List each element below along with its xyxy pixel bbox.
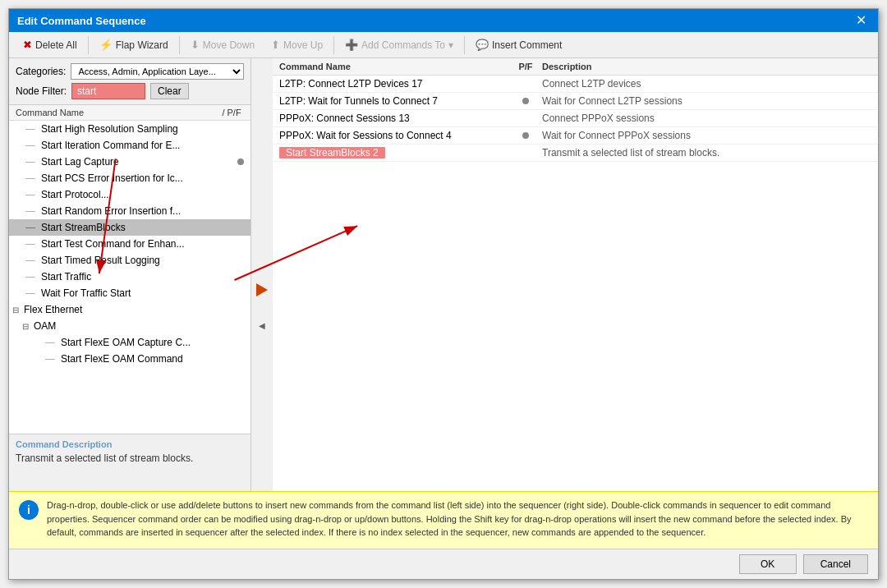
right-item-name: PPPoX: Wait for Sessions to Connect 4 bbox=[279, 130, 509, 141]
table-row-highlighted[interactable]: Start StreamBlocks 2 Transmit a selected… bbox=[273, 145, 878, 162]
list-item[interactable]: — Start High Resolution Sampling bbox=[9, 121, 250, 137]
item-dash: — bbox=[25, 287, 35, 299]
ok-button[interactable]: OK bbox=[739, 554, 797, 574]
right-arrow-icon bbox=[256, 283, 268, 296]
item-dash: — bbox=[25, 189, 35, 200]
right-item-name: PPPoX: Connect Sessions 13 bbox=[279, 113, 509, 124]
left-column-headers: Command Name / P/F bbox=[9, 105, 250, 121]
pf-indicator bbox=[237, 158, 244, 165]
list-item[interactable]: — Start FlexE OAM Capture C... bbox=[9, 334, 250, 351]
insert-comment-button[interactable]: 💬 Insert Comment bbox=[468, 35, 569, 54]
info-icon: i bbox=[19, 500, 39, 520]
dialog-title: Edit Command Sequence bbox=[17, 15, 146, 27]
right-item-desc: Wait for Connect PPPoX sessions bbox=[542, 130, 871, 141]
list-item-label: Start Random Error Insertion f... bbox=[41, 205, 181, 217]
add-to-sequencer-button[interactable] bbox=[254, 282, 270, 298]
dialog-footer: OK Cancel bbox=[9, 549, 878, 579]
item-dash: — bbox=[25, 123, 35, 135]
insert-comment-icon: 💬 bbox=[476, 39, 489, 51]
category-row: Categories: Access, Admin, Application L… bbox=[16, 63, 244, 80]
list-item-label: Start PCS Error Insertion for Ic... bbox=[41, 172, 183, 184]
content-area: Categories: Access, Admin, Application L… bbox=[9, 58, 878, 491]
list-item-group[interactable]: ⊟ Flex Ethernet bbox=[9, 301, 250, 318]
title-bar: Edit Command Sequence ✕ bbox=[9, 9, 878, 32]
list-item[interactable]: — Start Protocol... bbox=[9, 186, 250, 203]
right-item-pf bbox=[509, 132, 542, 139]
dialog-body: ✖ Delete All ⚡ Flap Wizard ⬇ Move Down ⬆… bbox=[9, 32, 878, 549]
add-commands-button[interactable]: ➕ Add Commands To ▾ bbox=[338, 35, 461, 54]
right-item-desc: Connect PPPoX sessions bbox=[542, 113, 871, 124]
command-description-panel: Command Description Transmit a selected … bbox=[9, 434, 250, 491]
highlighted-command: Start StreamBlocks 2 bbox=[279, 147, 385, 158]
right-item-desc: Connect L2TP devices bbox=[542, 78, 871, 90]
left-panel-header: Categories: Access, Admin, Application L… bbox=[9, 58, 250, 105]
left-panel: Categories: Access, Admin, Application L… bbox=[9, 58, 251, 491]
command-desc-text: Transmit a selected list of stream block… bbox=[16, 452, 244, 464]
list-item-label: Start FlexE OAM Capture C... bbox=[61, 337, 191, 348]
cancel-button[interactable]: Cancel bbox=[803, 554, 868, 574]
flap-wizard-icon: ⚡ bbox=[99, 39, 113, 51]
list-item[interactable]: — Start Iteration Command for E... bbox=[9, 137, 250, 154]
table-row[interactable]: L2TP: Wait for Tunnels to Connect 7 Wait… bbox=[273, 93, 878, 110]
delete-all-button[interactable]: ✖ Delete All bbox=[16, 35, 85, 54]
table-row[interactable]: PPPoX: Connect Sessions 13 Connect PPPoX… bbox=[273, 110, 878, 127]
collapse-panel-button[interactable]: ◀ bbox=[254, 318, 270, 334]
list-item-label: Flex Ethernet bbox=[24, 304, 82, 315]
node-filter-input[interactable] bbox=[71, 83, 145, 99]
col-name-header: Command Name bbox=[16, 108, 219, 117]
middle-panel: ◀ bbox=[251, 58, 273, 491]
info-text: Drag-n-drop, double-click or use add/del… bbox=[47, 498, 868, 540]
list-item[interactable]: — Start FlexE OAM Command bbox=[9, 351, 250, 367]
list-item-label: Start FlexE OAM Command bbox=[61, 353, 183, 365]
list-item-subgroup[interactable]: ⊟ OAM bbox=[9, 318, 250, 334]
categories-select[interactable]: Access, Admin, Application Laye... bbox=[71, 63, 244, 80]
list-item-label: Start Lag Capture bbox=[41, 156, 234, 168]
flap-wizard-button[interactable]: ⚡ Flap Wizard bbox=[92, 35, 176, 54]
move-down-button[interactable]: ⬇ Move Down bbox=[183, 35, 262, 54]
item-dash: — bbox=[45, 337, 55, 348]
collapse-arrow-icon: ◀ bbox=[259, 321, 265, 330]
toolbar: ✖ Delete All ⚡ Flap Wizard ⬇ Move Down ⬆… bbox=[9, 32, 878, 58]
add-commands-icon: ➕ bbox=[345, 39, 358, 51]
list-item-label: Start High Resolution Sampling bbox=[41, 123, 178, 135]
list-item-selected[interactable]: — Start StreamBlocks bbox=[9, 219, 250, 236]
list-item[interactable]: — Start Traffic bbox=[9, 269, 250, 285]
right-col-desc-header: Description bbox=[542, 62, 871, 71]
right-col-pf-header: P/F bbox=[509, 62, 542, 71]
list-item-label: Start StreamBlocks bbox=[41, 222, 126, 233]
delete-all-icon: ✖ bbox=[23, 39, 32, 51]
list-item-label: Start Traffic bbox=[41, 271, 91, 283]
expand-icon: ⊟ bbox=[22, 322, 29, 331]
list-item[interactable]: — Start Lag Capture bbox=[9, 154, 250, 170]
categories-label: Categories: bbox=[16, 66, 66, 77]
toolbar-divider-1 bbox=[88, 36, 89, 54]
list-item[interactable]: — Start Timed Result Logging bbox=[9, 252, 250, 269]
list-item[interactable]: — Start Test Command for Enhan... bbox=[9, 236, 250, 252]
right-item-pf bbox=[509, 98, 542, 104]
item-dash: — bbox=[25, 255, 35, 266]
right-list: L2TP: Connect L2TP Devices 17 Connect L2… bbox=[273, 76, 878, 491]
filter-row: Node Filter: Clear bbox=[16, 83, 244, 99]
table-row[interactable]: PPPoX: Wait for Sessions to Connect 4 Wa… bbox=[273, 127, 878, 145]
item-dash: — bbox=[25, 238, 35, 250]
list-item[interactable]: — Wait For Traffic Start bbox=[9, 285, 250, 301]
clear-filter-button[interactable]: Clear bbox=[150, 83, 189, 99]
command-desc-title: Command Description bbox=[16, 439, 244, 449]
list-item-label: Start Protocol... bbox=[41, 189, 109, 200]
toolbar-divider-2 bbox=[179, 36, 180, 54]
toolbar-divider-4 bbox=[464, 36, 465, 54]
right-column-headers: Command Name P/F Description bbox=[273, 58, 878, 76]
table-row[interactable]: L2TP: Connect L2TP Devices 17 Connect L2… bbox=[273, 76, 878, 93]
list-item-label: Start Test Command for Enhan... bbox=[41, 238, 185, 250]
col-pf-header: / P/F bbox=[219, 108, 244, 117]
list-item[interactable]: — Start Random Error Insertion f... bbox=[9, 203, 250, 219]
edit-command-sequence-dialog: Edit Command Sequence ✕ ✖ Delete All ⚡ F… bbox=[8, 8, 879, 580]
right-panel: Command Name P/F Description L2TP: Conne… bbox=[273, 58, 878, 491]
item-dash: — bbox=[45, 353, 55, 365]
list-item[interactable]: — Start PCS Error Insertion for Ic... bbox=[9, 170, 250, 186]
move-up-button[interactable]: ⬆ Move Up bbox=[264, 35, 330, 54]
close-button[interactable]: ✕ bbox=[853, 14, 870, 27]
filter-label: Node Filter: bbox=[16, 85, 67, 97]
item-dash: — bbox=[25, 222, 35, 233]
info-bar: i Drag-n-drop, double-click or use add/d… bbox=[9, 491, 878, 549]
